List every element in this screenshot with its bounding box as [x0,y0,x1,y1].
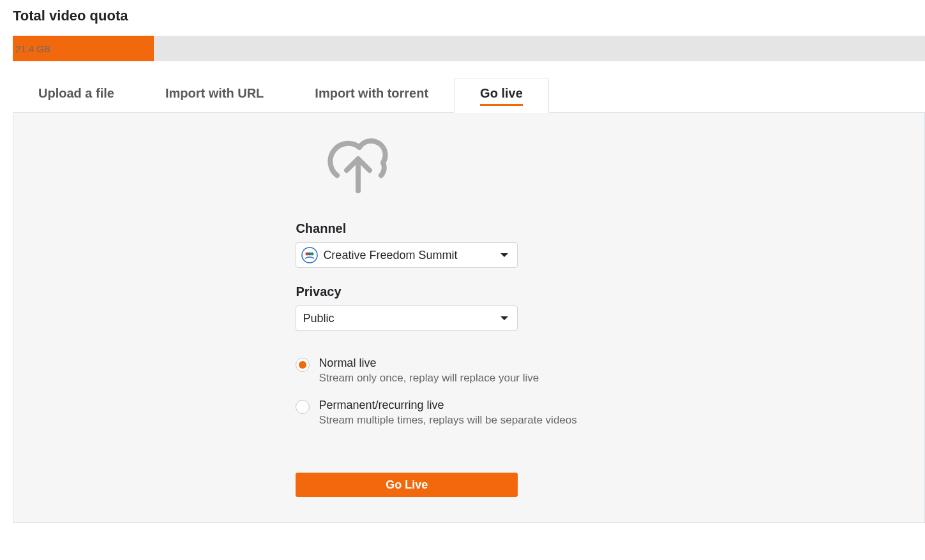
radio-indicator [296,400,310,414]
cloud-upload-icon [315,132,398,196]
quota-bar-fill: 21.4 GB [13,36,154,61]
radio-indicator [296,358,310,372]
channel-select[interactable]: Creative Freedom Summit [296,242,518,268]
go-live-button[interactable]: Go Live [296,473,518,497]
privacy-label: Privacy [296,284,518,299]
channel-selected-value: Creative Freedom Summit [323,249,500,262]
tab-import-torrent[interactable]: Import with torrent [289,78,454,112]
tab-upload-file[interactable]: Upload a file [13,78,140,112]
privacy-selected-value: Public [303,312,500,325]
tab-go-live[interactable]: Go live [454,78,549,113]
radio-description: Stream only once, replay will replace yo… [319,372,539,385]
go-live-panel: Channel Creative Freedom Summit Privacy [13,113,925,523]
radio-description: Stream multiple times, replays will be s… [319,414,576,427]
radio-title: Permanent/recurring live [319,399,576,412]
svg-point-4 [311,253,314,256]
radio-normal-live[interactable]: Normal live Stream only once, replay wil… [296,357,576,385]
radio-title: Normal live [319,357,539,370]
privacy-field: Privacy Public [296,284,518,331]
chevron-down-icon [500,253,508,257]
channel-label: Channel [296,221,518,236]
privacy-select[interactable]: Public [296,306,518,331]
radio-permanent-live[interactable]: Permanent/recurring live Stream multiple… [296,399,576,427]
channel-avatar-icon [301,247,318,263]
tab-import-url[interactable]: Import with URL [140,78,289,112]
quota-bar: 21.4 GB [13,36,925,61]
tabs-row: Upload a file Import with URL Import wit… [13,78,925,113]
go-live-form: Channel Creative Freedom Summit Privacy [296,132,925,497]
page-title: Total video quota [0,0,925,36]
chevron-down-icon [500,316,508,320]
live-type-radio-group: Normal live Stream only once, replay wil… [296,357,576,441]
channel-field: Channel Creative Freedom Summit [296,221,518,268]
quota-used-text: 21.4 GB [15,43,50,54]
